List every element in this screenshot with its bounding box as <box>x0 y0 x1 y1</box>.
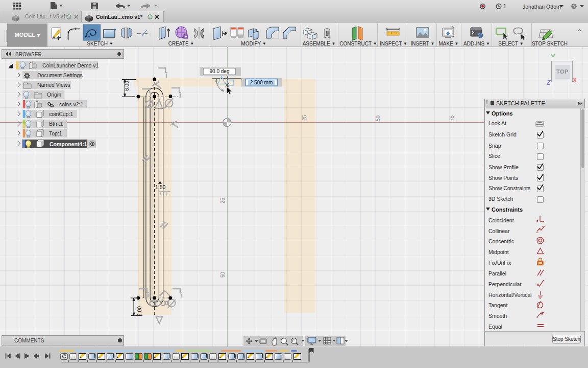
svg-text:6.00: 6.00 <box>124 81 130 91</box>
svg-text:1.50: 1.50 <box>155 184 166 190</box>
svg-text:6.00: 6.00 <box>137 306 142 316</box>
svg-text:90.0 deg: 90.0 deg <box>210 68 230 74</box>
svg-text:2.500 mm: 2.500 mm <box>250 80 273 85</box>
